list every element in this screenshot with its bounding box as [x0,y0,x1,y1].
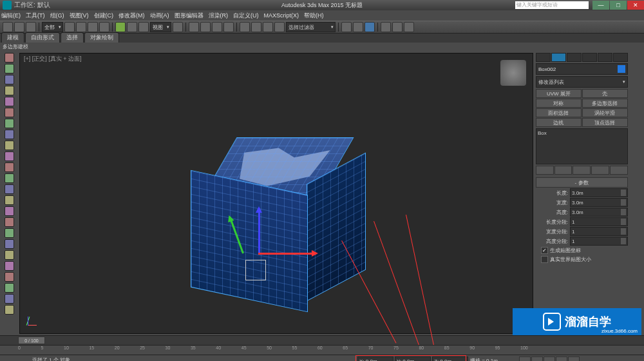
menu-edit[interactable]: 编辑(E) [1,12,21,20]
minimize-button[interactable]: — [592,1,609,10]
tool-23[interactable] [5,294,14,304]
tool-4[interactable] [5,86,14,95]
scale-icon[interactable] [138,22,149,32]
tool-15[interactable] [5,206,14,216]
tool-10[interactable] [5,151,14,161]
tab-modeling[interactable]: 建模 [1,32,24,43]
tool-5[interactable] [5,97,14,106]
mod-btn[interactable]: 涡轮平滑 [582,108,628,117]
coord-z-input[interactable]: Z: 0.0m [432,356,468,361]
menu-maxscript[interactable]: MAXScript(X) [264,12,299,19]
material-editor-icon[interactable] [365,22,375,32]
real-world-checkbox[interactable]: 真实世界贴图大小 [536,255,628,264]
menu-views[interactable]: 视图(V) [70,12,89,20]
mirror-icon[interactable] [251,22,261,32]
menu-animation[interactable]: 动画(A) [150,12,169,20]
hierarchy-tab[interactable] [567,53,582,62]
track-bar[interactable]: 0510152025303540455055606570758085909510… [0,345,644,355]
tool-17[interactable] [5,228,14,238]
coord-y-input[interactable]: Y: 0.0m [395,356,431,361]
tool-11[interactable] [5,162,14,172]
select-name-icon[interactable] [76,22,86,32]
tab-selection[interactable]: 选择 [61,32,84,43]
spinner-snap-icon[interactable] [223,22,234,32]
tool-22[interactable] [5,283,14,293]
menu-tools[interactable]: 工具(T) [26,12,45,20]
coord-x-input[interactable]: X: 0.0m [357,356,393,361]
param-spinner[interactable]: 3.0m [570,208,628,217]
selection-set-dropdown[interactable]: 选择过滤器 [286,22,336,32]
tool-16[interactable] [5,217,14,227]
select-region-icon[interactable] [88,22,98,32]
goto-end-icon[interactable] [568,356,580,361]
modifier-stack[interactable]: Box [536,128,628,164]
link-icon[interactable] [26,22,36,32]
pivot-icon[interactable] [173,22,183,32]
tool-8[interactable] [5,130,14,139]
time-slider[interactable]: 0 / 100 [0,335,644,345]
menu-graph[interactable]: 图形编辑器 [175,12,204,20]
prev-frame-icon[interactable] [531,356,543,361]
viewport-label[interactable]: [+] [正交] [真实 + 边面] [24,55,82,63]
gizmo-x-axis[interactable] [258,253,316,255]
next-frame-icon[interactable] [556,356,567,361]
object-color-swatch[interactable] [618,65,625,73]
rotate-icon[interactable] [127,22,137,32]
display-tab[interactable] [598,53,612,62]
viewcube[interactable] [500,60,526,86]
render-setup-icon[interactable] [381,22,391,32]
tool-9[interactable] [5,141,14,150]
tab-objectpaint[interactable]: 对象绘制 [84,32,119,43]
mod-btn[interactable]: UVW 展开 [536,89,582,98]
tool-6[interactable] [5,108,14,117]
schematic-icon[interactable] [353,22,363,32]
menu-help[interactable]: 帮助(H) [304,12,324,20]
undo-icon[interactable] [3,22,13,32]
scene-box-object[interactable] [194,137,348,305]
tool-14[interactable] [5,195,14,205]
named-sel-icon[interactable] [240,22,250,32]
tool-13[interactable] [5,184,14,194]
tool-21[interactable] [5,272,14,282]
menu-group[interactable]: 组(G) [50,12,64,20]
angle-snap-icon[interactable] [200,22,211,32]
refcoord-dropdown[interactable]: 视图 [150,22,171,32]
gen-mapping-checkbox[interactable]: 生成贴图坐标 [536,246,628,255]
play-icon[interactable] [544,356,555,361]
menu-modifiers[interactable]: 修改器(M) [118,12,145,20]
show-end-icon[interactable] [554,166,573,175]
align-icon[interactable] [263,22,273,32]
object-name-field[interactable]: Box002 [536,63,628,75]
tool-24[interactable] [5,305,14,315]
mod-btn[interactable]: 壳 [582,89,628,98]
render-icon[interactable] [404,22,414,32]
create-tab[interactable] [536,53,551,62]
param-spinner[interactable]: 1 [570,237,628,246]
filter-dropdown[interactable]: 全部 [42,22,63,32]
mod-btn[interactable]: 多边形选择 [582,99,628,108]
move-icon[interactable] [115,22,126,32]
tool-12[interactable] [5,173,14,183]
mod-btn[interactable]: 面积选择 [536,108,582,117]
tool-7[interactable] [5,119,14,128]
tool-1[interactable] [5,53,14,63]
configure-icon[interactable] [610,166,628,175]
transform-gizmo[interactable] [258,253,260,255]
layers-icon[interactable] [274,22,285,32]
tab-freeform[interactable]: 自由形式 [25,32,60,43]
tool-3[interactable] [5,75,14,84]
mod-btn[interactable]: 边线 [536,118,582,127]
close-button[interactable]: ✕ [627,1,644,10]
unique-icon[interactable] [573,166,591,175]
rendered-frame-icon[interactable] [392,22,402,32]
window-crossing-icon[interactable] [99,22,109,32]
tool-20[interactable] [5,261,14,271]
select-icon[interactable] [64,22,75,32]
snap-icon[interactable] [189,22,199,32]
maximize-button[interactable]: □ [610,1,627,10]
time-slider-knob[interactable]: 0 / 100 [18,337,45,344]
tool-2[interactable] [5,64,14,73]
mod-btn[interactable]: 对称 [536,99,582,108]
remove-mod-icon[interactable] [591,166,609,175]
redo-icon[interactable] [14,22,24,32]
